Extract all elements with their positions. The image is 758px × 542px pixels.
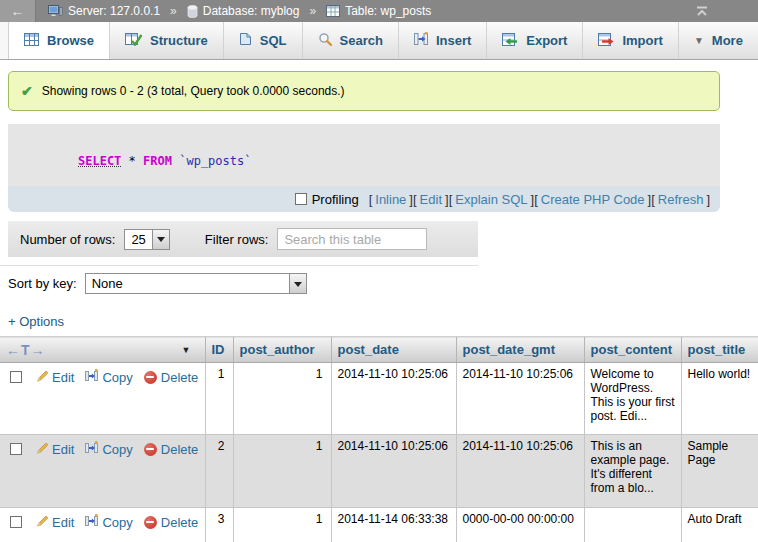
cell-post-author: 1 (233, 363, 331, 435)
tab-export[interactable]: Export (487, 22, 583, 59)
create-php-code-link[interactable]: Create PHP Code (541, 192, 645, 207)
tab-label: Export (526, 33, 567, 48)
column-header-id[interactable]: ID (205, 337, 233, 363)
edit-row-link[interactable]: Edit (35, 369, 74, 385)
query-box: SELECT * FROM `wp_posts` Profiling [ Inl… (8, 124, 720, 212)
breadcrumb-bar: ← Server: 127.0.0.1 » Database: myblog »… (0, 0, 758, 22)
breadcrumb-server[interactable]: Server: 127.0.0.1 (68, 4, 160, 18)
bracket: [ (369, 192, 373, 207)
sort-key-label: Sort by key: (8, 276, 77, 291)
column-header-post-content[interactable]: post_content (584, 337, 681, 363)
delete-row-link[interactable]: Delete (144, 515, 199, 530)
column-header-post-title[interactable]: post_title (681, 337, 758, 363)
copy-row-link[interactable]: Copy (85, 514, 132, 530)
edit-row-link[interactable]: Edit (35, 514, 74, 530)
tab-insert[interactable]: Insert (399, 22, 487, 59)
pencil-icon (35, 514, 48, 530)
copy-icon (85, 514, 98, 530)
chevron-down-icon: ▼ (694, 35, 704, 46)
delete-icon (144, 371, 157, 384)
row-checkbox[interactable] (10, 371, 22, 383)
bracket: [ (534, 192, 538, 207)
cell-post-author: 1 (233, 508, 331, 542)
export-icon (502, 33, 518, 49)
tab-bar: Browse Structure SQL Search Insert Expor… (0, 22, 758, 60)
breadcrumb: Server: 127.0.0.1 » Database: myblog » T… (48, 4, 431, 18)
cell-id: 2 (205, 435, 233, 508)
collapse-icon[interactable] (694, 6, 710, 16)
table-row: Edit Copy Delete 1 1 2014-11-10 10:25:06… (0, 363, 758, 435)
explain-sql-link[interactable]: Explain SQL (455, 192, 527, 207)
search-icon (318, 32, 332, 49)
column-header-post-author[interactable]: post_author (233, 337, 331, 363)
status-message: ✔ Showing rows 0 - 2 (3 total, Query too… (8, 71, 720, 111)
profiling-checkbox[interactable] (295, 193, 307, 205)
refresh-link[interactable]: Refresh (658, 192, 704, 207)
cell-id: 3 (205, 508, 233, 542)
copy-icon (85, 441, 98, 457)
delete-row-link[interactable]: Delete (144, 442, 199, 457)
cell-post-content: This is an example page. It's different … (584, 435, 681, 508)
num-rows-select[interactable]: 25 (124, 229, 169, 250)
cell-post-title: Auto Draft (681, 508, 758, 542)
row-checkbox[interactable] (10, 516, 22, 528)
column-header-post-date-gmt[interactable]: post_date_gmt (456, 337, 584, 363)
sort-key-select[interactable]: None (85, 273, 307, 294)
breadcrumb-separator: » (170, 4, 177, 18)
tab-structure[interactable]: Structure (110, 22, 224, 59)
tab-browse[interactable]: Browse (8, 22, 110, 59)
cell-post-author: 1 (233, 435, 331, 508)
actions-dropdown-icon[interactable]: ▼ (182, 345, 191, 355)
edit-row-link[interactable]: Edit (35, 441, 74, 457)
copy-row-link[interactable]: Copy (85, 441, 132, 457)
results-table: ←T→ ▼ ID post_author post_date post_date… (0, 336, 758, 542)
cell-post-date-gmt: 2014-11-10 10:25:06 (456, 435, 584, 508)
row-checkbox[interactable] (10, 443, 22, 455)
status-message-text: Showing rows 0 - 2 (3 total, Query took … (42, 84, 345, 98)
tab-label: More (712, 33, 743, 48)
bracket: [ (651, 192, 655, 207)
breadcrumb-table[interactable]: Table: wp_posts (345, 4, 431, 18)
filter-rows-label: Filter rows: (205, 232, 269, 247)
inline-link[interactable]: Inline (375, 192, 406, 207)
table-header-row: ←T→ ▼ ID post_author post_date post_date… (0, 337, 758, 363)
cell-post-date: 2014-11-10 10:25:06 (331, 363, 456, 435)
sql-table-identifier: `wp_posts` (179, 154, 251, 168)
browse-table-icon (24, 33, 39, 49)
bracket: [ (449, 192, 453, 207)
cell-id: 1 (205, 363, 233, 435)
back-arrow-icon: ← (11, 3, 25, 19)
column-header-post-date[interactable]: post_date (331, 337, 456, 363)
cell-post-title: Sample Page (681, 435, 758, 508)
table-row: Edit Copy Delete 3 1 2014-11-14 06:33:38… (0, 508, 758, 542)
options-toggle-link[interactable]: + Options (8, 314, 64, 329)
server-icon (48, 5, 63, 18)
rows-control-bar: Number of rows: 25 Filter rows: (8, 221, 478, 257)
edit-query-link[interactable]: Edit (420, 192, 442, 207)
sql-page-icon (239, 32, 252, 49)
structure-icon (125, 32, 142, 49)
cell-post-date-gmt: 0000-00-00 00:00:00 (456, 508, 584, 542)
tab-search[interactable]: Search (303, 22, 399, 59)
breadcrumb-separator: » (309, 4, 316, 18)
sql-keyword-select: SELECT (78, 154, 121, 168)
query-actions-bar: Profiling [ Inline ] [ Edit ] [ Explain … (8, 186, 720, 212)
delete-row-link[interactable]: Delete (144, 370, 199, 385)
back-button[interactable]: ← (0, 0, 36, 22)
tab-label: Import (622, 33, 662, 48)
insert-icon (414, 32, 428, 49)
pencil-icon (35, 369, 48, 385)
cell-post-content: Welcome to WordPress. This is your first… (584, 363, 681, 435)
breadcrumb-database[interactable]: Database: myblog (203, 4, 300, 18)
select-dropdown-button (152, 230, 169, 249)
copy-row-link[interactable]: Copy (85, 369, 132, 385)
tab-sql[interactable]: SQL (224, 22, 303, 59)
sql-keyword-from: FROM (143, 154, 172, 168)
cell-post-title: Hello world! (681, 363, 758, 435)
column-sort-handle: ←T→ ▼ (0, 337, 205, 363)
filter-rows-input[interactable] (277, 228, 427, 250)
tab-more[interactable]: ▼ More (679, 22, 758, 59)
column-reorder-handle[interactable]: ←T→ (6, 342, 46, 358)
tab-import[interactable]: Import (583, 22, 678, 59)
import-icon (598, 33, 614, 49)
